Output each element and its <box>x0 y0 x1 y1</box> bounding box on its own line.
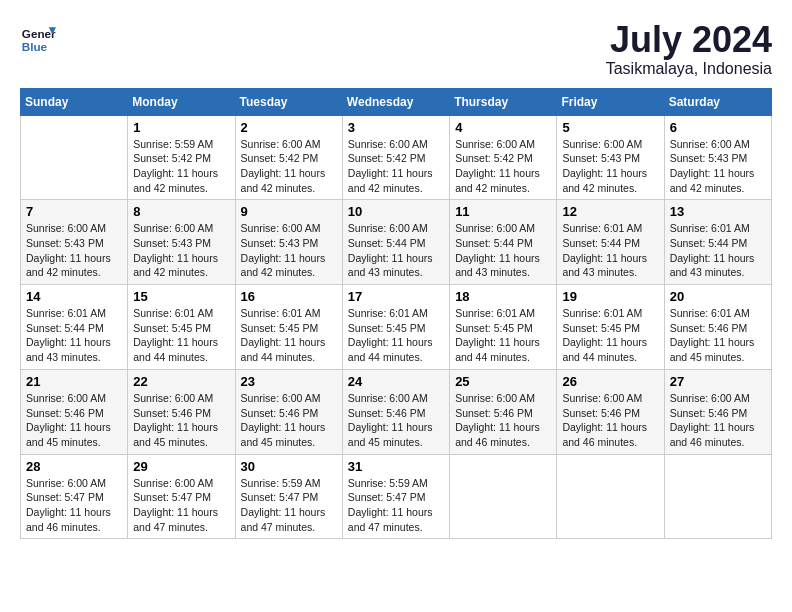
page-header: General Blue July 2024 Tasikmalaya, Indo… <box>20 20 772 78</box>
cell-content: Sunrise: 5:59 AM Sunset: 5:42 PM Dayligh… <box>133 137 229 196</box>
logo-icon: General Blue <box>20 20 56 56</box>
day-number: 17 <box>348 289 444 304</box>
calendar-cell: 19Sunrise: 6:01 AM Sunset: 5:45 PM Dayli… <box>557 285 664 370</box>
calendar-cell: 20Sunrise: 6:01 AM Sunset: 5:46 PM Dayli… <box>664 285 771 370</box>
calendar-cell: 6Sunrise: 6:00 AM Sunset: 5:43 PM Daylig… <box>664 115 771 200</box>
calendar-cell: 31Sunrise: 5:59 AM Sunset: 5:47 PM Dayli… <box>342 454 449 539</box>
day-number: 4 <box>455 120 551 135</box>
cell-content: Sunrise: 6:00 AM Sunset: 5:43 PM Dayligh… <box>26 221 122 280</box>
location-subtitle: Tasikmalaya, Indonesia <box>606 60 772 78</box>
col-header-wednesday: Wednesday <box>342 88 449 115</box>
day-number: 25 <box>455 374 551 389</box>
day-number: 28 <box>26 459 122 474</box>
day-number: 9 <box>241 204 337 219</box>
cell-content: Sunrise: 6:00 AM Sunset: 5:46 PM Dayligh… <box>455 391 551 450</box>
cell-content: Sunrise: 5:59 AM Sunset: 5:47 PM Dayligh… <box>348 476 444 535</box>
calendar-cell: 26Sunrise: 6:00 AM Sunset: 5:46 PM Dayli… <box>557 369 664 454</box>
calendar-cell: 24Sunrise: 6:00 AM Sunset: 5:46 PM Dayli… <box>342 369 449 454</box>
day-number: 30 <box>241 459 337 474</box>
col-header-monday: Monday <box>128 88 235 115</box>
cell-content: Sunrise: 6:01 AM Sunset: 5:45 PM Dayligh… <box>133 306 229 365</box>
cell-content: Sunrise: 6:00 AM Sunset: 5:46 PM Dayligh… <box>241 391 337 450</box>
calendar-cell: 3Sunrise: 6:00 AM Sunset: 5:42 PM Daylig… <box>342 115 449 200</box>
cell-content: Sunrise: 6:01 AM Sunset: 5:45 PM Dayligh… <box>241 306 337 365</box>
cell-content: Sunrise: 5:59 AM Sunset: 5:47 PM Dayligh… <box>241 476 337 535</box>
day-number: 15 <box>133 289 229 304</box>
col-header-tuesday: Tuesday <box>235 88 342 115</box>
calendar-cell: 13Sunrise: 6:01 AM Sunset: 5:44 PM Dayli… <box>664 200 771 285</box>
day-number: 20 <box>670 289 766 304</box>
day-number: 10 <box>348 204 444 219</box>
calendar-cell: 7Sunrise: 6:00 AM Sunset: 5:43 PM Daylig… <box>21 200 128 285</box>
cell-content: Sunrise: 6:01 AM Sunset: 5:46 PM Dayligh… <box>670 306 766 365</box>
cell-content: Sunrise: 6:00 AM Sunset: 5:46 PM Dayligh… <box>348 391 444 450</box>
calendar-cell: 17Sunrise: 6:01 AM Sunset: 5:45 PM Dayli… <box>342 285 449 370</box>
calendar-cell: 12Sunrise: 6:01 AM Sunset: 5:44 PM Dayli… <box>557 200 664 285</box>
day-number: 11 <box>455 204 551 219</box>
calendar-cell: 27Sunrise: 6:00 AM Sunset: 5:46 PM Dayli… <box>664 369 771 454</box>
week-row-4: 21Sunrise: 6:00 AM Sunset: 5:46 PM Dayli… <box>21 369 772 454</box>
calendar-cell: 28Sunrise: 6:00 AM Sunset: 5:47 PM Dayli… <box>21 454 128 539</box>
day-number: 18 <box>455 289 551 304</box>
week-row-5: 28Sunrise: 6:00 AM Sunset: 5:47 PM Dayli… <box>21 454 772 539</box>
logo: General Blue <box>20 20 56 56</box>
cell-content: Sunrise: 6:00 AM Sunset: 5:46 PM Dayligh… <box>670 391 766 450</box>
day-number: 22 <box>133 374 229 389</box>
calendar-cell <box>450 454 557 539</box>
header-row: SundayMondayTuesdayWednesdayThursdayFrid… <box>21 88 772 115</box>
day-number: 29 <box>133 459 229 474</box>
title-block: July 2024 Tasikmalaya, Indonesia <box>606 20 772 78</box>
day-number: 3 <box>348 120 444 135</box>
calendar-cell: 25Sunrise: 6:00 AM Sunset: 5:46 PM Dayli… <box>450 369 557 454</box>
cell-content: Sunrise: 6:01 AM Sunset: 5:45 PM Dayligh… <box>348 306 444 365</box>
day-number: 7 <box>26 204 122 219</box>
day-number: 23 <box>241 374 337 389</box>
day-number: 19 <box>562 289 658 304</box>
calendar-cell: 23Sunrise: 6:00 AM Sunset: 5:46 PM Dayli… <box>235 369 342 454</box>
day-number: 24 <box>348 374 444 389</box>
calendar-cell: 1Sunrise: 5:59 AM Sunset: 5:42 PM Daylig… <box>128 115 235 200</box>
calendar-cell: 11Sunrise: 6:00 AM Sunset: 5:44 PM Dayli… <box>450 200 557 285</box>
svg-text:Blue: Blue <box>22 40 48 53</box>
day-number: 31 <box>348 459 444 474</box>
cell-content: Sunrise: 6:00 AM Sunset: 5:46 PM Dayligh… <box>26 391 122 450</box>
cell-content: Sunrise: 6:00 AM Sunset: 5:43 PM Dayligh… <box>670 137 766 196</box>
col-header-thursday: Thursday <box>450 88 557 115</box>
calendar-cell: 14Sunrise: 6:01 AM Sunset: 5:44 PM Dayli… <box>21 285 128 370</box>
day-number: 2 <box>241 120 337 135</box>
cell-content: Sunrise: 6:00 AM Sunset: 5:47 PM Dayligh… <box>133 476 229 535</box>
cell-content: Sunrise: 6:01 AM Sunset: 5:44 PM Dayligh… <box>26 306 122 365</box>
cell-content: Sunrise: 6:00 AM Sunset: 5:42 PM Dayligh… <box>455 137 551 196</box>
day-number: 27 <box>670 374 766 389</box>
day-number: 8 <box>133 204 229 219</box>
calendar-table: SundayMondayTuesdayWednesdayThursdayFrid… <box>20 88 772 540</box>
calendar-cell: 2Sunrise: 6:00 AM Sunset: 5:42 PM Daylig… <box>235 115 342 200</box>
cell-content: Sunrise: 6:01 AM Sunset: 5:45 PM Dayligh… <box>562 306 658 365</box>
calendar-cell: 5Sunrise: 6:00 AM Sunset: 5:43 PM Daylig… <box>557 115 664 200</box>
calendar-cell: 29Sunrise: 6:00 AM Sunset: 5:47 PM Dayli… <box>128 454 235 539</box>
calendar-cell: 9Sunrise: 6:00 AM Sunset: 5:43 PM Daylig… <box>235 200 342 285</box>
calendar-cell: 8Sunrise: 6:00 AM Sunset: 5:43 PM Daylig… <box>128 200 235 285</box>
week-row-2: 7Sunrise: 6:00 AM Sunset: 5:43 PM Daylig… <box>21 200 772 285</box>
day-number: 26 <box>562 374 658 389</box>
calendar-cell: 18Sunrise: 6:01 AM Sunset: 5:45 PM Dayli… <box>450 285 557 370</box>
calendar-cell <box>557 454 664 539</box>
cell-content: Sunrise: 6:00 AM Sunset: 5:43 PM Dayligh… <box>133 221 229 280</box>
cell-content: Sunrise: 6:00 AM Sunset: 5:42 PM Dayligh… <box>348 137 444 196</box>
day-number: 13 <box>670 204 766 219</box>
calendar-cell: 30Sunrise: 5:59 AM Sunset: 5:47 PM Dayli… <box>235 454 342 539</box>
calendar-cell <box>21 115 128 200</box>
cell-content: Sunrise: 6:00 AM Sunset: 5:46 PM Dayligh… <box>562 391 658 450</box>
col-header-friday: Friday <box>557 88 664 115</box>
day-number: 12 <box>562 204 658 219</box>
week-row-3: 14Sunrise: 6:01 AM Sunset: 5:44 PM Dayli… <box>21 285 772 370</box>
day-number: 16 <box>241 289 337 304</box>
cell-content: Sunrise: 6:00 AM Sunset: 5:43 PM Dayligh… <box>241 221 337 280</box>
day-number: 14 <box>26 289 122 304</box>
day-number: 6 <box>670 120 766 135</box>
day-number: 21 <box>26 374 122 389</box>
cell-content: Sunrise: 6:01 AM Sunset: 5:44 PM Dayligh… <box>562 221 658 280</box>
cell-content: Sunrise: 6:00 AM Sunset: 5:44 PM Dayligh… <box>455 221 551 280</box>
cell-content: Sunrise: 6:00 AM Sunset: 5:44 PM Dayligh… <box>348 221 444 280</box>
cell-content: Sunrise: 6:00 AM Sunset: 5:43 PM Dayligh… <box>562 137 658 196</box>
